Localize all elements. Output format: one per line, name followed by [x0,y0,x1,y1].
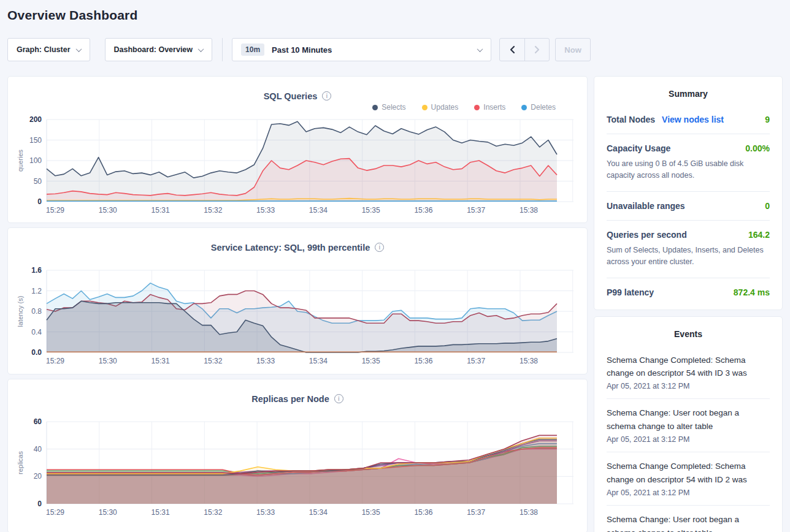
svg-text:100: 100 [29,156,42,165]
svg-text:15:37: 15:37 [467,206,485,215]
svg-text:15:32: 15:32 [204,357,222,365]
chart-title-sql-queries: SQL Queries [264,91,318,101]
dashboard-dropdown[interactable]: Dashboard: Overview [105,38,213,61]
sidebar: Summary Total NodesView nodes list9Capac… [594,76,783,532]
event-item[interactable]: Schema Change: User root began a schema … [607,399,770,452]
summary-description: You are using 0 B of 4.5 GiB usable disk… [607,158,770,182]
svg-text:15:29: 15:29 [46,508,64,517]
legend-dot-icon [521,105,527,110]
svg-text:15:34: 15:34 [309,206,328,215]
event-item[interactable]: Schema Change Completed: Schema change o… [607,346,770,400]
toolbar-divider [222,38,223,61]
chart-title-replicas-per-node: Replicas per Node [251,394,329,404]
chevron-down-icon [477,46,483,52]
svg-text:15:34: 15:34 [309,508,328,517]
summary-value: 164.2 [748,230,770,240]
summary-divider [607,191,770,192]
svg-text:15:36: 15:36 [414,508,432,517]
summary-label: Queries per second [607,230,687,240]
time-range-selector[interactable]: 10m Past 10 Minutes [232,38,491,61]
svg-text:20: 20 [34,472,42,481]
time-pager [499,38,550,61]
svg-text:15:30: 15:30 [99,206,117,215]
legend-item-deletes[interactable]: Deletes [521,103,556,112]
legend-item-updates[interactable]: Updates [422,103,459,112]
summary-value: 872.4 ms [734,287,770,297]
event-timestamp: Apr 05, 2021 at 3:12 PM [607,435,770,444]
svg-text:15:34: 15:34 [309,357,328,365]
summary-row-total-nodes: Total NodesView nodes list9 [607,115,770,124]
svg-text:15:31: 15:31 [151,206,170,215]
events-title: Events [607,329,770,339]
event-text: Schema Change: User root began a schema … [607,406,770,433]
legend-dot-icon [372,105,378,110]
graph-dropdown[interactable]: Graph: Cluster [7,38,90,61]
summary-label: P99 latency [607,287,654,297]
svg-text:15:30: 15:30 [99,357,117,365]
svg-text:15:35: 15:35 [362,357,380,365]
time-range-badge: 10m [241,44,264,56]
legend-item-inserts[interactable]: Inserts [474,103,505,112]
chevron-right-icon [534,45,540,54]
legend-dot-icon [422,105,428,110]
svg-text:15:37: 15:37 [467,508,485,517]
svg-text:15:30: 15:30 [99,508,117,517]
summary-label: Capacity Usage [607,143,670,153]
summary-value: 0.00% [745,143,770,153]
service-latency-chart[interactable]: 0.00.40.81.21.615:2915:3015:3115:3215:33… [8,264,587,368]
svg-text:15:37: 15:37 [467,357,485,365]
now-button[interactable]: Now [555,38,591,61]
svg-text:15:33: 15:33 [256,357,275,365]
replicas-per-node-chart[interactable]: 020406015:2915:3015:3115:3215:3315:3415:… [8,416,587,520]
legend-label: Deletes [531,103,556,112]
svg-text:queries: queries [17,149,24,172]
events-panel: Events Schema Change Completed: Schema c… [594,316,783,532]
sql-queries-chart[interactable]: 05010015020015:2915:3015:3115:3215:3315:… [8,113,587,218]
svg-text:15:38: 15:38 [520,357,538,365]
dashboard-dropdown-label: Dashboard: Overview [114,45,193,54]
time-range-label: Past 10 Minutes [272,45,332,55]
svg-text:15:31: 15:31 [151,508,170,517]
event-item[interactable]: Schema Change: User root began a schema … [607,506,770,532]
svg-text:15:29: 15:29 [46,206,64,215]
svg-text:replicas: replicas [17,451,24,474]
svg-text:15:38: 15:38 [520,508,538,517]
info-icon[interactable]: i [375,243,384,252]
svg-text:0.0: 0.0 [31,348,42,357]
event-text: Schema Change: User root began a schema … [607,513,770,532]
graph-dropdown-label: Graph: Cluster [17,45,71,54]
svg-text:15:33: 15:33 [256,206,275,215]
next-time-button[interactable] [524,39,549,61]
svg-text:15:35: 15:35 [362,206,380,215]
event-text: Schema Change Completed: Schema change o… [607,354,770,381]
chart-title-service-latency: Service Latency: SQL, 99th percentile [211,243,370,253]
summary-value: 9 [765,115,770,124]
summary-value: 0 [765,201,770,211]
summary-row-capacity-usage: Capacity Usage0.00%You are using 0 B of … [607,143,770,182]
event-item[interactable]: Schema Change Completed: Schema change o… [607,452,770,506]
legend-label: Selects [382,103,405,112]
chevron-left-icon [509,45,516,54]
svg-text:40: 40 [34,445,42,454]
charts-column: SQL Queries i SelectsUpdatesInsertsDelet… [7,76,588,532]
summary-description: Sum of Selects, Updates, Inserts, and De… [607,245,770,268]
replicas-per-node-chart-card: Replicas per Node i 020406015:2915:3015:… [7,379,588,532]
summary-row-unavailable-ranges: Unavailable ranges0 [607,201,770,211]
svg-text:1.6: 1.6 [31,266,42,275]
summary-row-p99-latency: P99 latency872.4 ms [607,287,770,297]
event-text: Schema Change Completed: Schema change o… [607,460,770,487]
summary-label: Unavailable ranges [607,201,685,211]
info-icon[interactable]: i [322,91,331,101]
legend-item-selects[interactable]: Selects [372,103,405,112]
svg-text:0: 0 [37,500,42,508]
summary-title: Summary [607,89,770,99]
chevron-down-icon [75,46,82,52]
info-icon[interactable]: i [334,394,343,403]
summary-divider [607,220,770,221]
svg-text:50: 50 [34,177,42,186]
svg-text:15:32: 15:32 [204,206,222,215]
view-nodes-list-link[interactable]: View nodes list [662,115,724,124]
prev-time-button[interactable] [500,39,524,61]
legend-label: Updates [431,103,459,112]
svg-text:15:32: 15:32 [204,508,222,517]
